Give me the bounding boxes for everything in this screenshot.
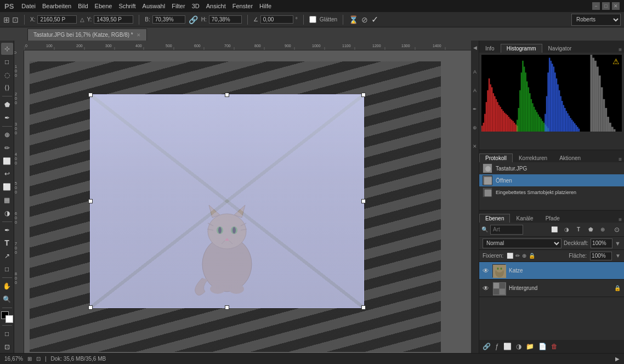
menu-fenster[interactable]: Fenster — [232, 3, 253, 9]
window-controls[interactable]: − □ ✕ — [592, 2, 620, 10]
blend-mode-select[interactable]: Normal — [483, 238, 561, 248]
fill-arrow[interactable]: ▼ — [615, 253, 621, 259]
tool-gradient[interactable]: ▦ — [1, 194, 13, 206]
minimize-button[interactable]: − — [592, 2, 600, 10]
menu-bild[interactable]: Bild — [78, 3, 88, 9]
menu-datei[interactable]: Datei — [21, 3, 36, 9]
layer-filter-toggle[interactable]: ⊙ — [612, 225, 622, 235]
create-adjustment-button[interactable]: ◑ — [516, 343, 521, 350]
menu-3d[interactable]: 3D — [192, 3, 200, 9]
menu-bar[interactable]: Datei Bearbeiten Bild Ebene Schrift Ausw… — [21, 3, 271, 9]
menu-ebene[interactable]: Ebene — [95, 3, 112, 9]
history-item-2[interactable]: Eingebettetes Smartobjekt platzieren — [479, 186, 624, 198]
tab-navigator[interactable]: Navigator — [542, 44, 578, 53]
menu-schrift[interactable]: Schrift — [118, 3, 135, 9]
tool-history-brush[interactable]: ↩ — [1, 168, 13, 180]
layer-filter-pixel[interactable]: ⬜ — [549, 225, 559, 235]
create-layer-button[interactable]: 📄 — [538, 343, 547, 350]
layer-visibility-katze[interactable]: 👁 — [483, 267, 489, 275]
lock-position-icon[interactable]: ⊕ — [522, 253, 526, 259]
layers-options-button[interactable]: ≡ — [616, 217, 624, 223]
panel-toggle-5[interactable]: ✕ — [473, 144, 477, 149]
tool-mask-mode[interactable]: □ — [1, 328, 13, 340]
smooth-checkbox[interactable] — [309, 16, 316, 23]
history-item-1[interactable]: Öffnen — [479, 174, 624, 186]
lock-all-icon[interactable]: 🔒 — [529, 253, 535, 259]
x-input[interactable] — [37, 15, 77, 24]
close-button[interactable]: ✕ — [612, 2, 620, 10]
foreground-color[interactable] — [1, 311, 13, 323]
lock-transparent-icon[interactable]: ⬜ — [507, 253, 513, 259]
history-options-button[interactable]: ≡ — [616, 156, 624, 162]
menu-auswahl[interactable]: Auswahl — [143, 3, 166, 9]
tool-quick-select[interactable]: ⟨⟩ — [1, 82, 13, 94]
tool-eraser[interactable]: ⬜ — [1, 181, 13, 193]
layer-filter-adjustment[interactable]: ◑ — [561, 225, 571, 235]
tab-protokoll[interactable]: Protokoll — [479, 153, 513, 162]
tab-histogramm[interactable]: Histogramm — [501, 44, 542, 53]
status-arrow[interactable]: ▶ — [615, 356, 620, 362]
fit-icon[interactable]: ⊡ — [36, 356, 41, 362]
tool-pen[interactable]: ✒ — [1, 224, 13, 236]
layers-search-input[interactable] — [490, 225, 523, 235]
document-tab[interactable]: Tastatur.JPG bei 16,7% (Katze, RGB/8) * … — [27, 29, 147, 41]
tool-spot-heal[interactable]: ⊕ — [1, 129, 13, 141]
tool-move[interactable]: ⊹ — [1, 43, 13, 55]
warp-icon[interactable]: ⌛ — [349, 15, 358, 24]
menu-hilfe[interactable]: Hilfe — [259, 3, 271, 9]
tab-ebenen[interactable]: Ebenen — [479, 214, 510, 223]
tab-aktionen[interactable]: Aktionen — [553, 153, 587, 162]
menu-bearbeiten[interactable]: Bearbeiten — [42, 3, 71, 9]
tab-info[interactable]: Info — [479, 44, 501, 53]
panel-toggle-2[interactable]: A — [473, 88, 476, 93]
tab-kanaele[interactable]: Kanäle — [510, 214, 539, 223]
canvas-content[interactable] — [24, 50, 471, 353]
tool-lasso[interactable]: ◌ — [1, 69, 13, 81]
opacity-arrow[interactable]: ▼ — [615, 240, 621, 247]
tool-dodge[interactable]: ◑ — [1, 207, 13, 219]
menu-filter[interactable]: Filter — [172, 3, 185, 9]
opacity-input[interactable] — [591, 238, 612, 248]
layer-row-hintergrund[interactable]: 👁 Hintergrund 🔒 — [479, 280, 624, 297]
tool-stamp[interactable]: ⬜ — [1, 155, 13, 167]
layer-filter-type[interactable]: T — [574, 225, 583, 235]
tool-brush[interactable]: ✏ — [1, 142, 13, 154]
tool-zoom[interactable]: 🔍 — [1, 293, 13, 305]
preset-dropdown[interactable]: Roberts — [571, 14, 621, 26]
panel-toggle-3[interactable]: ✒ — [473, 106, 477, 112]
delete-layer-button[interactable]: 🗑 — [551, 343, 558, 350]
add-mask-button[interactable]: ⬜ — [503, 343, 512, 350]
fill-input[interactable] — [590, 252, 612, 260]
create-group-button[interactable]: 📁 — [526, 343, 534, 350]
tab-pfade[interactable]: Pfade — [540, 214, 566, 223]
history-item-0[interactable]: Tastatur.JPG — [479, 162, 624, 174]
tool-marquee[interactable]: □ — [1, 56, 13, 68]
width-input[interactable] — [152, 15, 185, 24]
link-layers-button[interactable]: 🔗 — [483, 343, 491, 350]
tool-eyedropper[interactable]: ✒ — [1, 112, 13, 124]
tool-shape[interactable]: □ — [1, 263, 13, 275]
layer-filter-shape[interactable]: ⬟ — [586, 225, 595, 235]
lock-pixels-icon[interactable]: ✏ — [515, 253, 520, 259]
panel-toggle-1[interactable]: A — [473, 69, 476, 75]
collapse-icon[interactable]: ◀ — [473, 45, 477, 50]
add-layer-style-button[interactable]: ƒ — [495, 343, 499, 350]
panel-options-button[interactable]: ≡ — [616, 47, 624, 53]
layer-filter-smart[interactable]: ⊕ — [598, 225, 608, 235]
angle-input[interactable] — [260, 15, 293, 24]
tool-crop[interactable]: ⬟ — [1, 99, 13, 111]
distort-icon[interactable]: ⊘ — [361, 15, 368, 24]
y-input[interactable] — [94, 15, 133, 24]
panel-toggle-4[interactable]: ⊕ — [473, 125, 477, 130]
height-input[interactable] — [209, 15, 242, 24]
layer-row-katze[interactable]: 👁 Katze — [479, 262, 624, 280]
tab-close-button[interactable]: ✕ — [137, 32, 141, 38]
tool-screen-mode[interactable]: ⊡ — [1, 341, 13, 353]
tab-korrekturen[interactable]: Korrekturen — [513, 153, 553, 162]
layer-visibility-hintergrund[interactable]: 👁 — [483, 285, 489, 292]
confirm-transform-button[interactable]: ✓ — [371, 14, 378, 25]
maximize-button[interactable]: □ — [602, 2, 610, 10]
tool-path-select[interactable]: ↗ — [1, 250, 13, 262]
menu-ansicht[interactable]: Ansicht — [206, 3, 226, 9]
tool-hand[interactable]: ✋ — [1, 280, 13, 292]
